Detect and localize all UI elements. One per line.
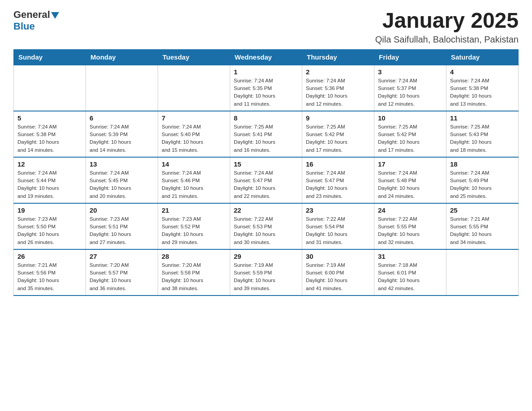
day-number: 13 xyxy=(90,160,154,168)
day-info: Sunrise: 7:24 AMSunset: 5:39 PMDaylight:… xyxy=(90,123,154,154)
logo-general-text: General xyxy=(13,9,50,21)
calendar-day-cell: 15Sunrise: 7:24 AMSunset: 5:47 PMDayligh… xyxy=(230,157,302,203)
calendar-day-cell: 5Sunrise: 7:24 AMSunset: 5:38 PMDaylight… xyxy=(14,111,86,157)
calendar-day-cell: 6Sunrise: 7:24 AMSunset: 5:39 PMDaylight… xyxy=(86,111,158,157)
calendar-day-header: Saturday xyxy=(446,49,519,65)
day-number: 30 xyxy=(306,253,370,260)
calendar-day-cell: 20Sunrise: 7:23 AMSunset: 5:51 PMDayligh… xyxy=(86,203,158,249)
page-title: January 2025 xyxy=(375,9,519,33)
calendar-day-cell: 1Sunrise: 7:24 AMSunset: 5:35 PMDaylight… xyxy=(230,65,302,111)
day-number: 20 xyxy=(90,206,154,214)
day-number: 17 xyxy=(378,160,442,168)
day-number: 26 xyxy=(17,253,82,260)
day-info: Sunrise: 7:24 AMSunset: 5:38 PMDaylight:… xyxy=(450,77,515,108)
calendar-day-cell: 17Sunrise: 7:24 AMSunset: 5:48 PMDayligh… xyxy=(374,157,446,203)
logo: General Blue xyxy=(13,9,59,32)
day-number: 27 xyxy=(90,253,154,260)
calendar-day-cell: 30Sunrise: 7:19 AMSunset: 6:00 PMDayligh… xyxy=(302,249,374,295)
day-info: Sunrise: 7:18 AMSunset: 6:01 PMDaylight:… xyxy=(378,261,442,292)
calendar-week-row: 12Sunrise: 7:24 AMSunset: 5:44 PMDayligh… xyxy=(14,157,519,203)
calendar-day-cell: 23Sunrise: 7:22 AMSunset: 5:54 PMDayligh… xyxy=(302,203,374,249)
day-info: Sunrise: 7:24 AMSunset: 5:49 PMDaylight:… xyxy=(450,169,515,200)
day-info: Sunrise: 7:24 AMSunset: 5:47 PMDaylight:… xyxy=(234,169,298,200)
day-number: 12 xyxy=(17,160,82,168)
calendar-table: SundayMondayTuesdayWednesdayThursdayFrid… xyxy=(13,49,519,296)
day-info: Sunrise: 7:24 AMSunset: 5:37 PMDaylight:… xyxy=(378,77,442,108)
day-info: Sunrise: 7:24 AMSunset: 5:44 PMDaylight:… xyxy=(17,169,82,200)
day-info: Sunrise: 7:24 AMSunset: 5:48 PMDaylight:… xyxy=(378,169,442,200)
day-number: 15 xyxy=(234,160,298,168)
title-block: January 2025 Qila Saifullah, Balochistan… xyxy=(375,9,519,45)
logo-triangle-icon xyxy=(51,12,59,19)
day-number: 5 xyxy=(17,114,82,122)
calendar-day-cell: 24Sunrise: 7:22 AMSunset: 5:55 PMDayligh… xyxy=(374,203,446,249)
calendar-day-header: Friday xyxy=(374,49,446,65)
calendar-day-cell: 16Sunrise: 7:24 AMSunset: 5:47 PMDayligh… xyxy=(302,157,374,203)
day-info: Sunrise: 7:20 AMSunset: 5:58 PMDaylight:… xyxy=(162,261,226,292)
day-number: 9 xyxy=(306,114,370,122)
day-number: 24 xyxy=(378,206,442,214)
calendar-week-row: 26Sunrise: 7:21 AMSunset: 5:56 PMDayligh… xyxy=(14,249,519,295)
calendar-day-cell: 10Sunrise: 7:25 AMSunset: 5:42 PMDayligh… xyxy=(374,111,446,157)
calendar-day-cell: 29Sunrise: 7:19 AMSunset: 5:59 PMDayligh… xyxy=(230,249,302,295)
day-number: 10 xyxy=(378,114,442,122)
day-info: Sunrise: 7:25 AMSunset: 5:43 PMDaylight:… xyxy=(450,123,515,154)
day-number: 8 xyxy=(234,114,298,122)
day-info: Sunrise: 7:24 AMSunset: 5:38 PMDaylight:… xyxy=(17,123,82,154)
page-header: General Blue January 2025 Qila Saifullah… xyxy=(13,9,519,45)
day-info: Sunrise: 7:22 AMSunset: 5:55 PMDaylight:… xyxy=(378,215,442,246)
calendar-day-cell: 9Sunrise: 7:25 AMSunset: 5:42 PMDaylight… xyxy=(302,111,374,157)
calendar-day-cell: 28Sunrise: 7:20 AMSunset: 5:58 PMDayligh… xyxy=(158,249,230,295)
calendar-day-header: Tuesday xyxy=(158,49,230,65)
day-info: Sunrise: 7:23 AMSunset: 5:52 PMDaylight:… xyxy=(162,215,226,246)
day-number: 25 xyxy=(450,206,515,214)
calendar-day-cell: 7Sunrise: 7:24 AMSunset: 5:40 PMDaylight… xyxy=(158,111,230,157)
calendar-day-cell: 4Sunrise: 7:24 AMSunset: 5:38 PMDaylight… xyxy=(446,65,519,111)
calendar-day-cell: 2Sunrise: 7:24 AMSunset: 5:36 PMDaylight… xyxy=(302,65,374,111)
calendar-day-header: Sunday xyxy=(14,49,86,65)
day-info: Sunrise: 7:21 AMSunset: 5:55 PMDaylight:… xyxy=(450,215,515,246)
day-number: 6 xyxy=(90,114,154,122)
day-number: 4 xyxy=(450,68,515,76)
calendar-day-cell xyxy=(14,65,86,111)
day-number: 31 xyxy=(378,253,442,260)
calendar-day-cell: 14Sunrise: 7:24 AMSunset: 5:46 PMDayligh… xyxy=(158,157,230,203)
calendar-day-cell: 25Sunrise: 7:21 AMSunset: 5:55 PMDayligh… xyxy=(446,203,519,249)
calendar-header-row: SundayMondayTuesdayWednesdayThursdayFrid… xyxy=(14,49,519,65)
calendar-day-cell xyxy=(446,249,519,295)
day-number: 28 xyxy=(162,253,226,260)
calendar-week-row: 19Sunrise: 7:23 AMSunset: 5:50 PMDayligh… xyxy=(14,203,519,249)
day-info: Sunrise: 7:24 AMSunset: 5:35 PMDaylight:… xyxy=(234,77,298,108)
day-info: Sunrise: 7:24 AMSunset: 5:45 PMDaylight:… xyxy=(90,169,154,200)
calendar-day-cell: 27Sunrise: 7:20 AMSunset: 5:57 PMDayligh… xyxy=(86,249,158,295)
day-info: Sunrise: 7:24 AMSunset: 5:40 PMDaylight:… xyxy=(162,123,226,154)
day-info: Sunrise: 7:25 AMSunset: 5:42 PMDaylight:… xyxy=(378,123,442,154)
day-info: Sunrise: 7:23 AMSunset: 5:50 PMDaylight:… xyxy=(17,215,82,246)
calendar-day-cell: 3Sunrise: 7:24 AMSunset: 5:37 PMDaylight… xyxy=(374,65,446,111)
calendar-day-header: Wednesday xyxy=(230,49,302,65)
logo-blue-text: Blue xyxy=(13,21,35,32)
day-number: 19 xyxy=(17,206,82,214)
calendar-day-cell: 22Sunrise: 7:22 AMSunset: 5:53 PMDayligh… xyxy=(230,203,302,249)
day-info: Sunrise: 7:24 AMSunset: 5:36 PMDaylight:… xyxy=(306,77,370,108)
calendar-day-cell xyxy=(86,65,158,111)
calendar-week-row: 5Sunrise: 7:24 AMSunset: 5:38 PMDaylight… xyxy=(14,111,519,157)
day-number: 22 xyxy=(234,206,298,214)
calendar-day-cell: 21Sunrise: 7:23 AMSunset: 5:52 PMDayligh… xyxy=(158,203,230,249)
day-info: Sunrise: 7:21 AMSunset: 5:56 PMDaylight:… xyxy=(17,261,82,292)
calendar-week-row: 1Sunrise: 7:24 AMSunset: 5:35 PMDaylight… xyxy=(14,65,519,111)
calendar-day-cell: 31Sunrise: 7:18 AMSunset: 6:01 PMDayligh… xyxy=(374,249,446,295)
day-number: 7 xyxy=(162,114,226,122)
calendar-day-cell: 11Sunrise: 7:25 AMSunset: 5:43 PMDayligh… xyxy=(446,111,519,157)
calendar-day-cell: 13Sunrise: 7:24 AMSunset: 5:45 PMDayligh… xyxy=(86,157,158,203)
day-number: 1 xyxy=(234,68,298,76)
day-info: Sunrise: 7:19 AMSunset: 6:00 PMDaylight:… xyxy=(306,261,370,292)
calendar-day-cell: 19Sunrise: 7:23 AMSunset: 5:50 PMDayligh… xyxy=(14,203,86,249)
day-number: 23 xyxy=(306,206,370,214)
page-subtitle: Qila Saifullah, Balochistan, Pakistan xyxy=(375,34,519,45)
calendar-day-cell: 18Sunrise: 7:24 AMSunset: 5:49 PMDayligh… xyxy=(446,157,519,203)
day-number: 18 xyxy=(450,160,515,168)
calendar-day-cell: 8Sunrise: 7:25 AMSunset: 5:41 PMDaylight… xyxy=(230,111,302,157)
day-info: Sunrise: 7:20 AMSunset: 5:57 PMDaylight:… xyxy=(90,261,154,292)
day-info: Sunrise: 7:24 AMSunset: 5:47 PMDaylight:… xyxy=(306,169,370,200)
